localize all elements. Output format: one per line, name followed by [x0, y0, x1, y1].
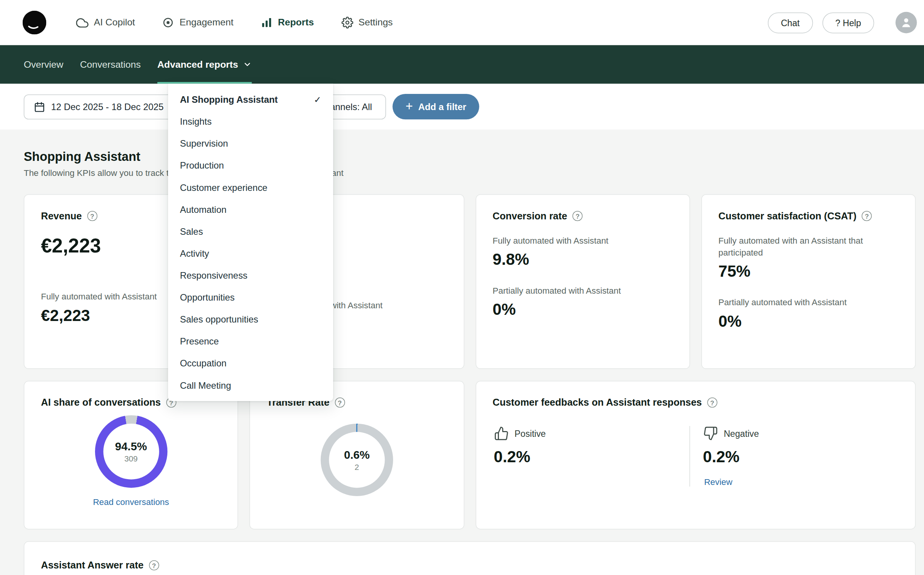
- brand-logo-icon[interactable]: [23, 11, 47, 35]
- metric-label: Partially automated with Assistant: [718, 296, 898, 308]
- review-link[interactable]: Review: [704, 477, 898, 487]
- negative-feedback: Negative 0.2% Review: [690, 426, 898, 486]
- card-title: Customer satisfaction (CSAT) ?: [718, 210, 898, 221]
- csat-card: Customer satisfaction (CSAT) ? Fully aut…: [701, 194, 916, 369]
- help-icon[interactable]: ?: [87, 211, 97, 221]
- negative-value: 0.2%: [703, 448, 898, 466]
- nav-label: AI Copilot: [94, 17, 135, 28]
- positive-feedback: Positive 0.2%: [492, 426, 689, 486]
- menu-item-supervision[interactable]: Supervision: [168, 132, 333, 154]
- advanced-reports-menu: AI Shopping Assistant ✓ Insights Supervi…: [168, 84, 333, 401]
- metric-value: 75%: [718, 262, 898, 281]
- chevron-down-icon: [243, 60, 252, 69]
- subnav-advanced-reports[interactable]: Advanced reports: [157, 45, 252, 84]
- metric-value: 0%: [718, 313, 898, 331]
- date-range-filter[interactable]: 12 Dec 2025 - 18 Dec 2025: [24, 94, 181, 119]
- add-filter-button[interactable]: + Add a filter: [392, 94, 479, 119]
- ai-share-card: AI share of conversations ? 94.5% 309 Re…: [24, 381, 239, 530]
- menu-item-production[interactable]: Production: [168, 154, 333, 176]
- nav-engagement[interactable]: Engagement: [162, 17, 234, 28]
- bar-chart-icon: [261, 17, 273, 28]
- read-conversations-link[interactable]: Read conversations: [41, 497, 221, 507]
- conversion-rate-card: Conversion rate ? Fully automated with A…: [475, 194, 690, 369]
- gear-icon: [341, 17, 353, 28]
- card-title: Customer feedbacks on Assistant response…: [492, 397, 898, 408]
- ai-share-donut-chart: 94.5% 309: [95, 415, 167, 488]
- page-subtitle: The following KPIs allow you to track th…: [24, 168, 916, 178]
- menu-item-responsiveness[interactable]: Responsiveness: [168, 264, 333, 286]
- nav-label: Engagement: [180, 17, 234, 28]
- nav-reports[interactable]: Reports: [261, 17, 314, 28]
- feedback-label: Positive: [515, 428, 546, 438]
- metric-value: 9.8%: [492, 251, 672, 269]
- app-root: AI Copilot Engagement Reports Settings: [0, 0, 924, 575]
- metric-label: Fully automated with Assistant: [492, 235, 672, 247]
- thumbs-up-icon: [494, 426, 509, 441]
- donut-count: 2: [355, 463, 359, 471]
- feedback-card: Customer feedbacks on Assistant response…: [475, 381, 916, 530]
- help-icon[interactable]: ?: [572, 211, 582, 221]
- calendar-icon: [34, 101, 45, 112]
- positive-value: 0.2%: [494, 448, 689, 466]
- check-icon: ✓: [314, 94, 321, 105]
- date-range-value: 12 Dec 2025 - 18 Dec 2025: [51, 102, 164, 112]
- transfer-rate-card: Transfer Rate ? 0.6% 2: [250, 381, 464, 530]
- user-avatar[interactable]: [896, 12, 917, 33]
- subnav-conversations[interactable]: Conversations: [80, 45, 141, 84]
- menu-item-insights[interactable]: Insights: [168, 110, 333, 132]
- card-title: Assistant Answer rate ?: [41, 560, 899, 571]
- top-navbar: AI Copilot Engagement Reports Settings: [0, 0, 924, 45]
- menu-item-presence[interactable]: Presence: [168, 330, 333, 352]
- feedback-label: Negative: [724, 428, 759, 438]
- menu-item-activity[interactable]: Activity: [168, 242, 333, 264]
- menu-item-sales[interactable]: Sales: [168, 221, 333, 242]
- card-title: Conversion rate ?: [492, 210, 672, 221]
- subnav-overview[interactable]: Overview: [24, 45, 63, 84]
- donut-percent: 0.6%: [344, 448, 370, 461]
- nav-settings[interactable]: Settings: [341, 17, 393, 28]
- filter-bar: 12 Dec 2025 - 18 Dec 2025 Channels: All …: [0, 84, 924, 130]
- topnav-right: Chat ? Help: [768, 12, 917, 33]
- help-icon[interactable]: ?: [335, 398, 345, 408]
- menu-item-opportunities[interactable]: Opportunities: [168, 286, 333, 308]
- menu-item-automation[interactable]: Automation: [168, 199, 333, 221]
- menu-item-call-meeting[interactable]: Call Meeting: [168, 374, 333, 396]
- help-icon[interactable]: ?: [862, 211, 872, 221]
- nav-label: Settings: [359, 17, 393, 28]
- menu-item-occupation[interactable]: Occupation: [168, 352, 333, 374]
- donut-percent: 94.5%: [115, 440, 147, 453]
- help-icon[interactable]: ?: [707, 398, 717, 408]
- assistant-answer-rate-card: Assistant Answer rate ?: [24, 541, 916, 575]
- transfer-rate-donut-chart: 0.6% 2: [320, 424, 393, 496]
- person-icon: [900, 16, 913, 29]
- target-icon: [162, 17, 174, 28]
- cloud-icon: [76, 16, 88, 28]
- plus-icon: +: [405, 100, 413, 112]
- metric-value: 0%: [492, 301, 672, 319]
- thumbs-down-icon: [703, 426, 718, 441]
- reports-subnav: Overview Conversations Advanced reports: [0, 45, 924, 84]
- help-icon[interactable]: ?: [149, 560, 159, 570]
- chat-button[interactable]: Chat: [768, 12, 813, 33]
- metric-label: Partially automated with Assistant: [492, 284, 672, 296]
- primary-nav: AI Copilot Engagement Reports Settings: [76, 16, 393, 28]
- help-button[interactable]: ? Help: [822, 12, 874, 33]
- nav-label: Reports: [278, 17, 314, 28]
- menu-item-ai-shopping-assistant[interactable]: AI Shopping Assistant ✓: [168, 89, 333, 110]
- donut-count: 309: [124, 454, 138, 463]
- metric-label: Fully automated with an Assistant that p…: [718, 235, 880, 259]
- main-content: Shopping Assistant The following KPIs al…: [0, 130, 924, 575]
- nav-ai-copilot[interactable]: AI Copilot: [76, 16, 135, 28]
- page-title: Shopping Assistant: [24, 150, 916, 164]
- menu-item-customer-experience[interactable]: Customer experience: [168, 176, 333, 198]
- kpi-grid: Revenue ? €2,223 Fully automated with As…: [24, 194, 916, 575]
- menu-item-sales-opportunities[interactable]: Sales opportunities: [168, 308, 333, 330]
